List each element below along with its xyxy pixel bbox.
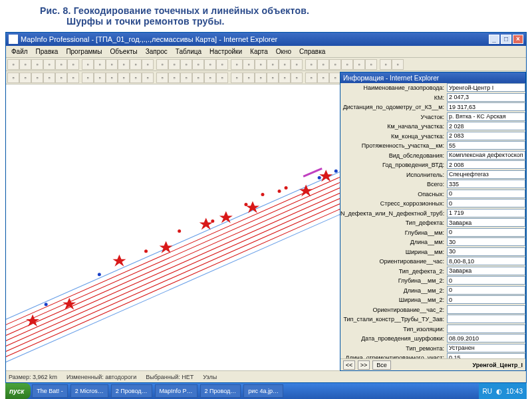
info-field[interactable] <box>447 93 525 102</box>
info-field[interactable] <box>447 228 525 237</box>
lang-indicator[interactable]: RU <box>483 388 492 395</box>
toolbar-button[interactable]: ▫ <box>43 59 55 70</box>
info-field[interactable] <box>447 257 525 265</box>
toolbar-button[interactable]: ▫ <box>142 59 154 70</box>
toolbar-button[interactable]: ▫ <box>180 72 192 83</box>
taskbar-task[interactable]: The Bat! - <box>32 384 68 398</box>
toolbar-button[interactable]: ▫ <box>392 59 404 70</box>
toolbar-button[interactable]: ▫ <box>291 72 303 83</box>
toolbar-button[interactable]: ▫ <box>267 72 279 83</box>
toolbar-button[interactable]: ▫ <box>106 72 118 83</box>
menu-9[interactable]: Справка <box>295 47 329 57</box>
toolbar-button[interactable]: ▫ <box>279 59 291 70</box>
toolbar-button[interactable]: ▫ <box>267 59 279 70</box>
taskbar-task[interactable]: 2 Провод… <box>111 384 152 398</box>
info-field[interactable] <box>447 218 525 227</box>
maximize-button[interactable]: □ <box>501 35 511 44</box>
toolbar-button[interactable]: ▫ <box>130 59 142 70</box>
info-field[interactable] <box>447 160 525 169</box>
toolbar-button[interactable]: ▫ <box>55 59 67 70</box>
toolbar-button[interactable]: ▫ <box>168 72 180 83</box>
close-button[interactable]: × <box>513 35 523 44</box>
menu-5[interactable]: Таблица <box>172 47 205 57</box>
info-field[interactable] <box>447 237 525 246</box>
info-field[interactable] <box>447 267 525 275</box>
toolbar-button[interactable]: ▫ <box>231 59 243 70</box>
toolbar-button[interactable]: ▫ <box>67 72 79 83</box>
info-field[interactable] <box>447 325 525 333</box>
toolbar-button[interactable]: ▫ <box>255 59 267 70</box>
toolbar-button[interactable]: ▫ <box>243 72 255 83</box>
taskbar-task[interactable]: рис 4а.jp… <box>243 384 283 398</box>
toolbar-button[interactable]: ▫ <box>94 72 106 83</box>
toolbar-button[interactable]: ▫ <box>31 59 43 70</box>
info-field[interactable] <box>447 83 525 92</box>
info-field[interactable] <box>447 286 525 295</box>
menu-0[interactable]: Файл <box>7 47 32 57</box>
toolbar-button[interactable]: ▫ <box>94 59 106 70</box>
info-field[interactable] <box>447 112 525 121</box>
toolbar-button[interactable]: ▫ <box>118 72 130 83</box>
taskbar-task[interactable]: 2 Micros… <box>70 384 108 398</box>
info-field[interactable] <box>447 141 525 150</box>
info-field[interactable] <box>447 315 525 323</box>
info-all-button[interactable]: Все <box>372 360 391 370</box>
toolbar-button[interactable]: ▫ <box>67 59 79 70</box>
toolbar-button[interactable]: ▫ <box>305 59 317 70</box>
toolbar-button[interactable]: ▫ <box>204 59 216 70</box>
toolbar-button[interactable]: ▫ <box>329 59 341 70</box>
toolbar-button[interactable]: ▫ <box>7 72 19 83</box>
toolbar-button[interactable]: ▫ <box>192 59 204 70</box>
info-next-button[interactable]: >> <box>358 360 370 370</box>
toolbar-button[interactable]: ▫ <box>305 72 317 83</box>
tray-icon[interactable]: ◐ <box>496 388 502 395</box>
start-button[interactable]: пуск <box>5 383 31 399</box>
toolbar-button[interactable]: ▫ <box>118 59 130 70</box>
info-field[interactable] <box>447 295 525 304</box>
taskbar-task[interactable]: 2 Провод… <box>200 384 241 398</box>
info-field[interactable] <box>447 334 525 342</box>
info-field[interactable] <box>447 344 525 352</box>
info-field[interactable] <box>447 305 525 314</box>
info-field[interactable] <box>447 151 525 160</box>
toolbar-button[interactable]: ▫ <box>380 59 392 70</box>
info-field[interactable] <box>447 170 525 179</box>
info-field[interactable] <box>447 199 525 207</box>
toolbar-button[interactable]: ▫ <box>82 72 94 83</box>
toolbar-button[interactable]: ▫ <box>353 59 365 70</box>
info-prev-button[interactable]: << <box>343 360 355 370</box>
info-field[interactable] <box>447 190 525 198</box>
minimize-button[interactable]: _ <box>489 35 499 44</box>
info-field[interactable] <box>447 102 525 111</box>
toolbar-button[interactable]: ▫ <box>192 72 204 83</box>
toolbar-button[interactable]: ▫ <box>180 59 192 70</box>
toolbar-button[interactable]: ▫ <box>243 59 255 70</box>
menu-7[interactable]: Карта <box>246 47 272 57</box>
toolbar-button[interactable]: ▫ <box>156 59 168 70</box>
toolbar-button[interactable]: ▫ <box>291 59 303 70</box>
toolbar-button[interactable]: ▫ <box>231 72 243 83</box>
info-field[interactable] <box>447 353 525 358</box>
toolbar-button[interactable]: ▫ <box>317 72 329 83</box>
toolbar-button[interactable]: ▫ <box>7 59 19 70</box>
toolbar-button[interactable]: ▫ <box>279 72 291 83</box>
menu-6[interactable]: Настройки <box>205 47 246 57</box>
menu-2[interactable]: Программы <box>62 47 106 57</box>
toolbar-button[interactable]: ▫ <box>204 72 216 83</box>
menu-1[interactable]: Правка <box>32 47 63 57</box>
toolbar-button[interactable]: ▫ <box>31 72 43 83</box>
toolbar-button[interactable]: ▫ <box>341 59 353 70</box>
toolbar-button[interactable]: ▫ <box>19 72 31 83</box>
toolbar-button[interactable]: ▫ <box>255 72 267 83</box>
taskbar-task[interactable]: MapInfo P… <box>155 384 198 398</box>
toolbar-button[interactable]: ▫ <box>216 72 228 83</box>
info-field[interactable] <box>447 122 525 130</box>
info-field[interactable] <box>447 180 525 188</box>
toolbar-button[interactable]: ▫ <box>317 59 329 70</box>
toolbar-button[interactable]: ▫ <box>55 72 67 83</box>
menu-4[interactable]: Запрос <box>142 47 172 57</box>
menu-8[interactable]: Окно <box>272 47 295 57</box>
toolbar-button[interactable]: ▫ <box>168 59 180 70</box>
info-field[interactable] <box>447 132 525 140</box>
toolbar-button[interactable]: ▫ <box>43 72 55 83</box>
